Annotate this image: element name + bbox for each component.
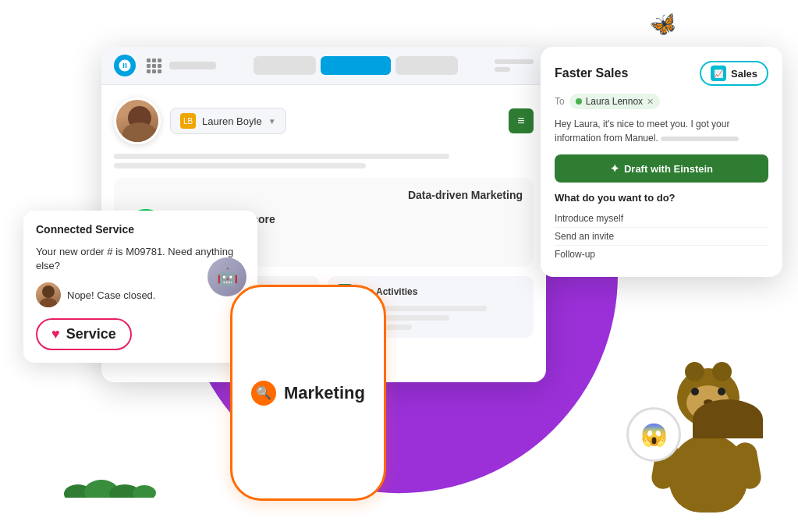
recipient-name: Laura Lennox <box>586 96 643 107</box>
marketing-title-container: Data-driven Marketing <box>125 189 523 201</box>
grid-dot <box>147 59 151 62</box>
star-icon: ✦ <box>610 162 619 175</box>
browser-tab-1[interactable] <box>254 56 316 75</box>
bear-body <box>669 434 747 512</box>
bear-eye-left <box>691 388 699 395</box>
sales-chart-icon: 📈 <box>711 66 726 81</box>
heart-icon: ♥ <box>51 326 60 342</box>
bot-avatar: 🤖 <box>207 257 246 296</box>
marketing-header: Data-driven Marketing <box>125 189 523 201</box>
browser-lines <box>495 59 534 72</box>
marketing-icon: ≡ <box>509 108 534 133</box>
grid-dot <box>158 69 161 73</box>
browser-bar <box>101 47 546 85</box>
action-invite[interactable]: Send an invite <box>555 228 768 246</box>
marketing-title: Data-driven Marketing <box>125 189 523 201</box>
service-badge-label: Service <box>66 326 116 342</box>
sales-card: Faster Sales 📈 Sales To Laura Lennox ✕ H… <box>541 47 782 277</box>
browser-tab-3[interactable] <box>395 56 458 75</box>
draft-btn-label: Draft with Einstein <box>624 163 713 175</box>
marketing-search-icon: 🔍 <box>251 381 276 406</box>
browser-line-1 <box>495 59 534 64</box>
grid-dot <box>147 69 151 73</box>
grid-dot <box>158 59 161 62</box>
to-row: To Laura Lennox ✕ <box>555 94 768 109</box>
service-card: Connected Service Your new order # is M0… <box>23 211 257 363</box>
marketing-pill-button[interactable]: 🔍 Marketing <box>230 285 386 501</box>
user-dropdown[interactable]: LB Lauren Boyle ▼ <box>170 108 286 134</box>
content-placeholder-lines <box>114 154 534 168</box>
bear-head <box>677 368 739 427</box>
sales-badge: 📈 Sales <box>700 61 768 86</box>
recipient-status-dot <box>576 98 582 105</box>
grid-dot <box>147 64 151 68</box>
grid-dot <box>152 69 156 73</box>
butterfly-decoration: 🦋 <box>647 9 679 41</box>
bear-hood <box>693 399 763 438</box>
browser-tab-active[interactable] <box>321 56 391 75</box>
browser-tabs <box>224 56 487 75</box>
spacer: ≡ <box>509 108 534 133</box>
grid-icon[interactable] <box>147 59 161 73</box>
bear-ear-right <box>712 362 732 381</box>
bear-ear-left <box>685 362 704 381</box>
user-name: Lauren Boyle <box>202 115 262 127</box>
grid-dot <box>152 59 156 62</box>
salesforce-logo[interactable] <box>114 55 136 76</box>
action-introduce[interactable]: Introduce myself <box>555 210 768 228</box>
marketing-pill-label: Marketing <box>284 383 365 403</box>
content-line-1 <box>114 154 449 159</box>
sales-card-title: Faster Sales <box>555 66 628 80</box>
sales-badge-label: Sales <box>731 68 757 80</box>
mascot-circle-icon: 😱 <box>626 407 681 462</box>
sales-card-header: Faster Sales 📈 Sales <box>555 61 768 86</box>
draft-with-einstein-button[interactable]: ✦ Draft with Einstein <box>555 154 768 183</box>
action-followup[interactable]: Follow-up <box>555 246 768 263</box>
grid-dot <box>158 64 161 68</box>
dropdown-arrow-icon: ▼ <box>268 117 276 126</box>
reply-avatar <box>36 282 61 307</box>
nav-line <box>169 62 216 69</box>
recipient-chip: Laura Lennox ✕ <box>569 94 660 109</box>
reply-text: Nope! Case closed. <box>67 289 155 301</box>
content-line-2 <box>114 163 366 168</box>
action-introduce-label: Introduce myself <box>555 213 623 224</box>
action-followup-label: Follow-up <box>555 249 595 260</box>
bear-eye-right <box>718 388 725 395</box>
email-body: Hey Laura, it's nice to meet you. I got … <box>555 117 768 145</box>
user-icon: LB <box>180 113 196 129</box>
service-badge: ♥ Service <box>36 318 132 350</box>
grass-decoration <box>62 466 156 501</box>
email-muted-line <box>661 137 739 141</box>
remove-recipient-button[interactable]: ✕ <box>647 97 654 107</box>
user-row: LB Lauren Boyle ▼ ≡ <box>114 98 534 144</box>
service-card-title: Connected Service <box>36 223 245 236</box>
grid-dot <box>152 64 156 68</box>
browser-line-2 <box>495 67 510 72</box>
action-invite-label: Send an invite <box>555 231 614 242</box>
avatar <box>114 98 161 144</box>
mascot-area: 😱 <box>634 345 775 516</box>
what-do-label: What do you want to do? <box>555 192 768 204</box>
svg-point-3 <box>133 485 156 498</box>
to-label: To <box>555 96 565 107</box>
